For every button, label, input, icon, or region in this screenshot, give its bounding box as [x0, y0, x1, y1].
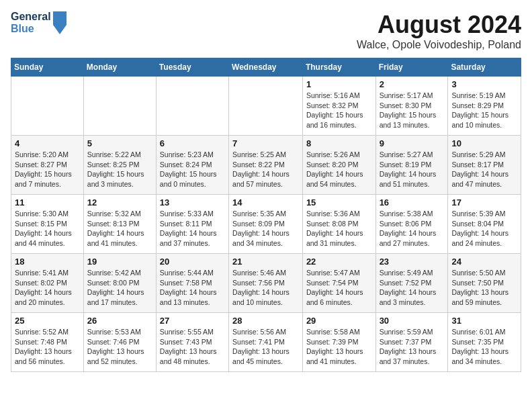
calendar-cell: 25Sunrise: 5:52 AM Sunset: 7:48 PM Dayli…	[11, 313, 84, 372]
calendar-cell	[156, 77, 228, 136]
logo: GeneralBlue	[11, 11, 66, 34]
calendar-cell: 20Sunrise: 5:44 AM Sunset: 7:58 PM Dayli…	[156, 254, 228, 313]
calendar-cell: 22Sunrise: 5:47 AM Sunset: 7:54 PM Dayli…	[302, 254, 375, 313]
weekday-header-tuesday: Tuesday	[156, 58, 228, 77]
day-number: 22	[306, 257, 372, 267]
calendar-cell: 2Sunrise: 5:17 AM Sunset: 8:30 PM Daylig…	[375, 77, 448, 136]
day-info: Sunrise: 5:56 AM Sunset: 7:41 PM Dayligh…	[232, 327, 299, 367]
week-row-3: 11Sunrise: 5:30 AM Sunset: 8:15 PM Dayli…	[11, 195, 521, 254]
calendar-cell: 10Sunrise: 5:29 AM Sunset: 8:17 PM Dayli…	[448, 136, 521, 195]
day-number: 26	[87, 316, 152, 326]
day-info: Sunrise: 5:38 AM Sunset: 8:06 PM Dayligh…	[380, 209, 445, 248]
day-info: Sunrise: 6:01 AM Sunset: 7:35 PM Dayligh…	[451, 327, 517, 367]
day-number: 23	[380, 257, 445, 267]
day-number: 27	[160, 316, 225, 326]
day-info: Sunrise: 5:46 AM Sunset: 7:56 PM Dayligh…	[232, 268, 299, 308]
weekday-header-monday: Monday	[83, 58, 156, 77]
day-info: Sunrise: 5:27 AM Sunset: 8:19 PM Dayligh…	[380, 150, 445, 189]
day-info: Sunrise: 5:49 AM Sunset: 7:52 PM Dayligh…	[380, 268, 445, 308]
calendar-cell: 11Sunrise: 5:30 AM Sunset: 8:15 PM Dayli…	[11, 195, 84, 254]
day-number: 31	[451, 316, 517, 326]
day-number: 29	[306, 316, 372, 326]
week-row-4: 18Sunrise: 5:41 AM Sunset: 8:02 PM Dayli…	[11, 254, 521, 313]
day-info: Sunrise: 5:39 AM Sunset: 8:04 PM Dayligh…	[451, 209, 517, 248]
day-info: Sunrise: 5:42 AM Sunset: 8:00 PM Dayligh…	[87, 268, 152, 308]
weekday-header-row: SundayMondayTuesdayWednesdayThursdayFrid…	[11, 58, 521, 77]
day-number: 28	[232, 316, 299, 326]
calendar-cell: 17Sunrise: 5:39 AM Sunset: 8:04 PM Dayli…	[448, 195, 521, 254]
day-info: Sunrise: 5:41 AM Sunset: 8:02 PM Dayligh…	[15, 268, 80, 308]
calendar-cell: 9Sunrise: 5:27 AM Sunset: 8:19 PM Daylig…	[375, 136, 448, 195]
day-number: 2	[380, 79, 445, 89]
calendar-cell: 6Sunrise: 5:23 AM Sunset: 8:24 PM Daylig…	[156, 136, 228, 195]
calendar-cell	[11, 77, 84, 136]
calendar-cell: 23Sunrise: 5:49 AM Sunset: 7:52 PM Dayli…	[375, 254, 448, 313]
calendar-cell: 21Sunrise: 5:46 AM Sunset: 7:56 PM Dayli…	[229, 254, 303, 313]
day-info: Sunrise: 5:19 AM Sunset: 8:29 PM Dayligh…	[451, 91, 517, 130]
calendar-cell: 28Sunrise: 5:56 AM Sunset: 7:41 PM Dayli…	[229, 313, 303, 372]
day-number: 12	[87, 197, 152, 208]
day-info: Sunrise: 5:20 AM Sunset: 8:27 PM Dayligh…	[15, 150, 80, 189]
calendar-subtitle: Walce, Opole Voivodeship, Poland	[357, 39, 521, 51]
day-number: 9	[380, 138, 445, 148]
day-number: 13	[160, 197, 225, 208]
title-area: August 2024 Walce, Opole Voivodeship, Po…	[357, 11, 521, 51]
weekday-header-friday: Friday	[375, 58, 448, 77]
day-info: Sunrise: 5:33 AM Sunset: 8:11 PM Dayligh…	[160, 209, 225, 248]
day-number: 21	[232, 257, 299, 267]
weekday-header-saturday: Saturday	[448, 58, 521, 77]
weekday-header-sunday: Sunday	[11, 58, 84, 77]
calendar-cell: 4Sunrise: 5:20 AM Sunset: 8:27 PM Daylig…	[11, 136, 84, 195]
day-info: Sunrise: 5:25 AM Sunset: 8:22 PM Dayligh…	[232, 150, 299, 189]
weekday-header-wednesday: Wednesday	[229, 58, 303, 77]
day-number: 18	[15, 257, 80, 267]
calendar-cell: 14Sunrise: 5:35 AM Sunset: 8:09 PM Dayli…	[229, 195, 303, 254]
calendar-cell: 30Sunrise: 5:59 AM Sunset: 7:37 PM Dayli…	[375, 313, 448, 372]
day-number: 24	[451, 257, 517, 267]
day-number: 15	[306, 197, 372, 208]
day-info: Sunrise: 5:22 AM Sunset: 8:25 PM Dayligh…	[87, 150, 152, 189]
day-info: Sunrise: 5:55 AM Sunset: 7:43 PM Dayligh…	[160, 327, 225, 367]
day-info: Sunrise: 5:23 AM Sunset: 8:24 PM Dayligh…	[160, 150, 225, 189]
week-row-1: 1Sunrise: 5:16 AM Sunset: 8:32 PM Daylig…	[11, 77, 521, 136]
calendar-cell: 5Sunrise: 5:22 AM Sunset: 8:25 PM Daylig…	[83, 136, 156, 195]
calendar-cell: 16Sunrise: 5:38 AM Sunset: 8:06 PM Dayli…	[375, 195, 448, 254]
day-number: 5	[87, 138, 152, 148]
calendar-title: August 2024	[357, 11, 521, 39]
day-number: 1	[306, 79, 372, 89]
day-info: Sunrise: 5:32 AM Sunset: 8:13 PM Dayligh…	[87, 209, 152, 248]
calendar-cell: 27Sunrise: 5:55 AM Sunset: 7:43 PM Dayli…	[156, 313, 228, 372]
day-info: Sunrise: 5:16 AM Sunset: 8:32 PM Dayligh…	[306, 91, 372, 130]
day-number: 20	[160, 257, 225, 267]
day-number: 3	[451, 79, 517, 89]
day-info: Sunrise: 5:52 AM Sunset: 7:48 PM Dayligh…	[15, 327, 80, 367]
day-number: 30	[380, 316, 445, 326]
calendar-cell: 15Sunrise: 5:36 AM Sunset: 8:08 PM Dayli…	[302, 195, 375, 254]
calendar-table: SundayMondayTuesdayWednesdayThursdayFrid…	[11, 58, 521, 372]
day-info: Sunrise: 5:17 AM Sunset: 8:30 PM Dayligh…	[380, 91, 445, 130]
page-header: GeneralBlue August 2024 Walce, Opole Voi…	[11, 11, 521, 51]
day-info: Sunrise: 5:50 AM Sunset: 7:50 PM Dayligh…	[451, 268, 517, 308]
calendar-cell: 19Sunrise: 5:42 AM Sunset: 8:00 PM Dayli…	[83, 254, 156, 313]
day-info: Sunrise: 5:53 AM Sunset: 7:46 PM Dayligh…	[87, 327, 152, 367]
day-info: Sunrise: 5:36 AM Sunset: 8:08 PM Dayligh…	[306, 209, 372, 248]
day-info: Sunrise: 5:44 AM Sunset: 7:58 PM Dayligh…	[160, 268, 225, 308]
day-info: Sunrise: 5:59 AM Sunset: 7:37 PM Dayligh…	[380, 327, 445, 367]
calendar-cell	[83, 77, 156, 136]
day-info: Sunrise: 5:47 AM Sunset: 7:54 PM Dayligh…	[306, 268, 372, 308]
day-info: Sunrise: 5:35 AM Sunset: 8:09 PM Dayligh…	[232, 209, 299, 248]
day-number: 8	[306, 138, 372, 148]
calendar-cell: 13Sunrise: 5:33 AM Sunset: 8:11 PM Dayli…	[156, 195, 228, 254]
calendar-cell: 18Sunrise: 5:41 AM Sunset: 8:02 PM Dayli…	[11, 254, 84, 313]
day-number: 10	[451, 138, 517, 148]
day-number: 16	[380, 197, 445, 208]
calendar-cell: 24Sunrise: 5:50 AM Sunset: 7:50 PM Dayli…	[448, 254, 521, 313]
day-info: Sunrise: 5:58 AM Sunset: 7:39 PM Dayligh…	[306, 327, 372, 367]
logo-arrow-icon	[53, 11, 66, 34]
week-row-2: 4Sunrise: 5:20 AM Sunset: 8:27 PM Daylig…	[11, 136, 521, 195]
calendar-cell: 3Sunrise: 5:19 AM Sunset: 8:29 PM Daylig…	[448, 77, 521, 136]
calendar-cell: 12Sunrise: 5:32 AM Sunset: 8:13 PM Dayli…	[83, 195, 156, 254]
day-number: 4	[15, 138, 80, 148]
calendar-cell: 7Sunrise: 5:25 AM Sunset: 8:22 PM Daylig…	[229, 136, 303, 195]
logo-text: GeneralBlue	[11, 11, 66, 34]
